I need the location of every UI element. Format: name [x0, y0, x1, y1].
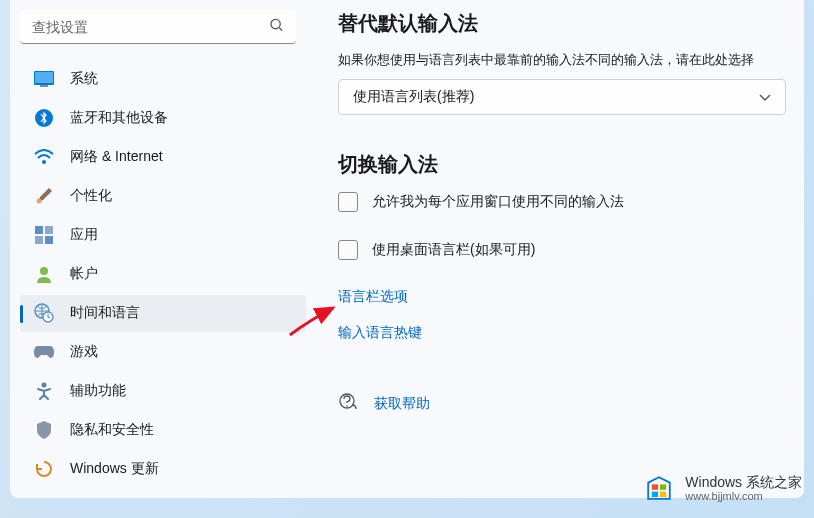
content-area: 替代默认输入法 如果你想使用与语言列表中最靠前的输入法不同的输入法，请在此处选择… [310, 0, 804, 498]
system-icon [34, 69, 54, 89]
svg-point-12 [40, 267, 48, 275]
sidebar-item-label: 蓝牙和其他设备 [70, 109, 168, 127]
sidebar-item-bluetooth[interactable]: 蓝牙和其他设备 [20, 99, 306, 136]
sidebar-item-label: 隐私和安全性 [70, 421, 154, 439]
checkbox-lang-bar[interactable] [338, 240, 358, 260]
brush-icon [34, 186, 54, 206]
globe-clock-icon [34, 303, 54, 323]
sidebar-item-accessibility[interactable]: 辅助功能 [20, 373, 306, 410]
sidebar-item-accounts[interactable]: 帐户 [20, 255, 306, 292]
sidebar-item-label: 个性化 [70, 187, 112, 205]
sidebar-item-apps[interactable]: 应用 [20, 216, 306, 253]
svg-rect-19 [660, 484, 666, 489]
svg-rect-3 [35, 72, 53, 83]
sidebar-item-label: 游戏 [70, 343, 98, 361]
sidebar-item-label: 时间和语言 [70, 304, 140, 322]
svg-rect-9 [45, 226, 53, 234]
update-icon [34, 459, 54, 479]
checkbox-label: 使用桌面语言栏(如果可用) [372, 241, 535, 259]
sidebar-item-system[interactable]: 系统 [20, 60, 306, 97]
sidebar: 系统 蓝牙和其他设备 网络 & Internet 个性化 应用 [10, 0, 310, 498]
windows-logo-icon [641, 470, 677, 506]
shield-icon [34, 420, 54, 440]
checkbox-per-app[interactable] [338, 192, 358, 212]
chevron-down-icon [759, 89, 771, 105]
svg-point-17 [346, 405, 348, 407]
svg-rect-11 [45, 236, 53, 244]
help-icon [338, 392, 358, 416]
svg-point-0 [271, 19, 280, 28]
sidebar-item-label: 帐户 [70, 265, 98, 283]
svg-line-1 [279, 28, 282, 31]
person-icon [34, 264, 54, 284]
accessibility-icon [34, 381, 54, 401]
link-get-help[interactable]: 获取帮助 [374, 395, 430, 413]
svg-rect-21 [660, 492, 666, 497]
sidebar-item-personalization[interactable]: 个性化 [20, 177, 306, 214]
sidebar-item-label: Windows 更新 [70, 460, 159, 478]
svg-rect-10 [35, 236, 43, 244]
checkbox-row-lang-bar: 使用桌面语言栏(如果可用) [338, 240, 780, 260]
svg-rect-18 [652, 484, 658, 489]
watermark: Windows 系统之家 www.bjjmlv.com [641, 470, 802, 506]
section-title-default-ime: 替代默认输入法 [338, 10, 780, 37]
apps-icon [34, 225, 54, 245]
help-row: 获取帮助 [338, 392, 780, 416]
svg-rect-8 [35, 226, 43, 234]
sidebar-item-label: 系统 [70, 70, 98, 88]
svg-point-15 [42, 383, 47, 388]
wifi-icon [34, 147, 54, 167]
svg-rect-20 [652, 492, 658, 497]
gamepad-icon [34, 342, 54, 362]
sidebar-item-label: 应用 [70, 226, 98, 244]
dropdown-value: 使用语言列表(推荐) [353, 88, 474, 106]
section-title-switch-ime: 切换输入法 [338, 151, 780, 178]
link-language-bar-options[interactable]: 语言栏选项 [338, 288, 780, 306]
sidebar-item-update[interactable]: Windows 更新 [20, 451, 306, 488]
bluetooth-icon [34, 108, 54, 128]
checkbox-label: 允许我为每个应用窗口使用不同的输入法 [372, 193, 624, 211]
section-desc: 如果你想使用与语言列表中最靠前的输入法不同的输入法，请在此处选择 [338, 51, 780, 69]
svg-point-6 [42, 160, 46, 164]
sidebar-item-gaming[interactable]: 游戏 [20, 334, 306, 371]
checkbox-row-per-app: 允许我为每个应用窗口使用不同的输入法 [338, 192, 780, 212]
svg-point-7 [37, 198, 42, 203]
sidebar-item-time-language[interactable]: 时间和语言 [20, 295, 306, 332]
link-input-hotkeys[interactable]: 输入语言热键 [338, 324, 780, 342]
search-input[interactable] [20, 10, 296, 44]
search-box [20, 10, 296, 44]
search-icon [269, 18, 284, 37]
sidebar-item-privacy[interactable]: 隐私和安全性 [20, 412, 306, 449]
settings-window: 系统 蓝牙和其他设备 网络 & Internet 个性化 应用 [10, 0, 804, 498]
sidebar-item-label: 网络 & Internet [70, 148, 163, 166]
svg-rect-4 [40, 85, 48, 87]
default-ime-dropdown[interactable]: 使用语言列表(推荐) [338, 79, 786, 115]
sidebar-item-label: 辅助功能 [70, 382, 126, 400]
sidebar-item-network[interactable]: 网络 & Internet [20, 138, 306, 175]
